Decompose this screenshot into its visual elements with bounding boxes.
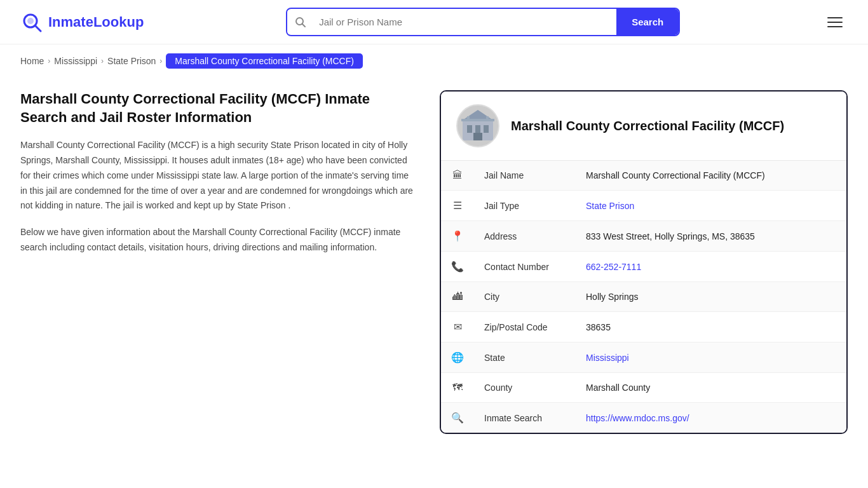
row-label: State [474,342,576,373]
breadcrumb-chevron-3: › [159,57,162,65]
breadcrumb-current: Marshall County Correctional Facility (M… [166,53,363,69]
row-value: Mississippi [576,342,846,373]
row-value: 662-252-7111 [576,252,846,282]
table-row: 📍Address833 West Street, Holly Springs, … [441,221,846,252]
row-icon: 🌐 [441,342,474,373]
facility-avatar [456,104,499,147]
row-icon: 🔍 [441,403,474,433]
svg-rect-13 [486,116,489,120]
row-label: Zip/Postal Code [474,312,576,342]
row-value: 833 West Street, Holly Springs, MS, 3863… [576,221,846,252]
table-row: 🏛Jail NameMarshall County Correctional F… [441,161,846,191]
page-title: Marshall County Correctional Facility (M… [20,90,414,126]
menu-button[interactable] [822,12,848,32]
svg-rect-6 [467,125,472,133]
row-icon: 📍 [441,221,474,252]
svg-line-1 [35,25,41,31]
logo-link[interactable]: InmateLookup [20,11,144,34]
row-value: 38635 [576,312,846,342]
info-table: 🏛Jail NameMarshall County Correctional F… [441,161,846,433]
row-label: City [474,282,576,312]
breadcrumb-mississippi[interactable]: Mississippi [54,56,97,66]
breadcrumb-chevron-2: › [101,57,104,65]
table-row: ☰Jail TypeState Prison [441,191,846,221]
table-row: 📞Contact Number662-252-7111 [441,252,846,282]
row-value: State Prison [576,191,846,221]
row-value: Marshall County Correctional Facility (M… [576,161,846,191]
page-description-2: Below we have given information about th… [20,225,414,255]
table-row: 🔍Inmate Searchhttps://www.mdoc.ms.gov/ [441,403,846,433]
info-card: Marshall County Correctional Facility (M… [440,90,848,434]
row-label: Contact Number [474,252,576,282]
row-value-link[interactable]: https://www.mdoc.ms.gov/ [586,413,689,423]
search-icon [287,10,314,34]
table-row: 🏙CityHolly Springs [441,282,846,312]
svg-rect-8 [484,125,489,133]
main-content: Marshall County Correctional Facility (M… [0,78,868,459]
table-row: 🗺CountyMarshall County [441,373,846,403]
row-label: Inmate Search [474,403,576,433]
row-icon: 🗺 [441,373,474,403]
breadcrumb-state-prison[interactable]: State Prison [107,56,156,66]
row-value: Marshall County [576,373,846,403]
svg-point-2 [27,18,34,24]
row-label: Jail Name [474,161,576,191]
breadcrumb-home[interactable]: Home [20,56,44,66]
card-title: Marshall County Correctional Facility (M… [511,119,784,133]
table-row: ✉Zip/Postal Code38635 [441,312,846,342]
left-column: Marshall County Correctional Facility (M… [20,90,414,255]
row-icon: 🏙 [441,282,474,312]
row-value: Holly Springs [576,282,846,312]
card-header: Marshall County Correctional Facility (M… [441,92,846,161]
search-button[interactable]: Search [616,9,679,35]
search-input[interactable] [314,10,616,34]
logo-icon [20,11,43,34]
breadcrumb-chevron-1: › [48,57,50,65]
row-value-link[interactable]: Mississippi [586,353,629,363]
logo-text: InmateLookup [48,14,144,30]
search-bar: Search [286,8,680,36]
svg-rect-11 [461,119,494,121]
row-icon: 🏛 [441,161,474,191]
row-icon: 📞 [441,252,474,282]
page-description-1: Marshall County Correctional Facility (M… [20,138,414,214]
svg-rect-7 [475,125,480,133]
site-header: InmateLookup Search [0,0,868,44]
svg-line-4 [302,24,306,27]
svg-rect-12 [467,116,470,120]
row-label: Address [474,221,576,252]
breadcrumb: Home › Mississippi › State Prison › Mars… [0,44,868,78]
row-value-link[interactable]: State Prison [586,201,634,211]
svg-rect-10 [473,133,482,140]
row-value-link[interactable]: 662-252-7111 [586,262,641,272]
row-icon: ☰ [441,191,474,221]
row-value: https://www.mdoc.ms.gov/ [576,403,846,433]
row-icon: ✉ [441,312,474,342]
table-row: 🌐StateMississippi [441,342,846,373]
row-label: County [474,373,576,403]
row-label: Jail Type [474,191,576,221]
